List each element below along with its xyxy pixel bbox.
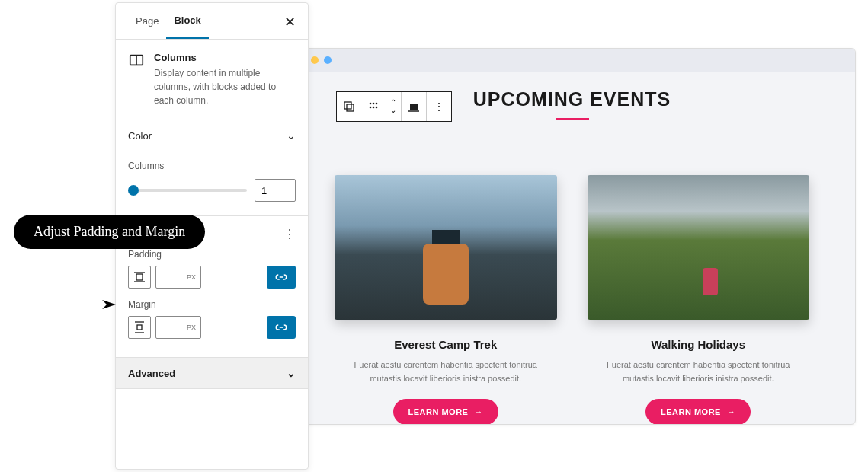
columns-control: Columns	[116, 151, 308, 216]
color-toggle[interactable]: Color ⌄	[116, 120, 308, 151]
padding-input[interactable]	[155, 266, 201, 289]
card: Walking Holidays Fuerat aestu carentem h…	[588, 175, 810, 425]
section-advanced: Advanced ⌄	[116, 358, 308, 389]
toolbar-align[interactable]	[402, 92, 426, 121]
margin-link-button[interactable]	[267, 316, 296, 339]
section-label: Color	[128, 130, 152, 142]
toolbar-move-arrows[interactable]: ⌃⌄	[386, 92, 401, 121]
arrow-right-icon: →	[727, 407, 736, 416]
cards-row: Everest Camp Trek Fuerat aestu carentem …	[335, 175, 809, 425]
block-title: Columns	[154, 52, 296, 63]
traffic-light-yellow	[311, 56, 319, 64]
cta-label: LEARN MORE	[661, 407, 721, 416]
settings-tabs: Page Block ✕	[116, 3, 308, 40]
columns-label: Columns	[128, 161, 296, 171]
columns-input[interactable]	[255, 179, 296, 202]
card-image	[335, 175, 557, 320]
card: Everest Camp Trek Fuerat aestu carentem …	[335, 175, 557, 425]
padding-row: Padding	[128, 249, 296, 289]
padding-sides-button[interactable]	[128, 266, 151, 289]
tab-block[interactable]: Block	[166, 4, 208, 39]
svg-point-15	[376, 107, 378, 109]
preview-browser: ⌃⌄ ⋮ UPCOMING EVENTS Everest Camp Trek F…	[288, 48, 856, 425]
advanced-toggle[interactable]: Advanced ⌄	[116, 358, 308, 388]
svg-rect-9	[347, 104, 354, 111]
card-title: Everest Camp Trek	[335, 338, 557, 351]
svg-rect-5	[137, 325, 142, 330]
arrow-icon	[101, 297, 119, 312]
svg-point-10	[370, 103, 372, 105]
margin-row: Margin	[128, 299, 296, 339]
more-options-icon[interactable]: ⋮	[283, 227, 296, 241]
section-label: Advanced	[128, 368, 175, 379]
arrow-right-icon: →	[474, 407, 483, 416]
margin-label: Margin	[128, 299, 296, 310]
svg-point-14	[373, 107, 375, 109]
padding-label: Padding	[128, 249, 296, 260]
slider-thumb[interactable]	[128, 185, 139, 196]
card-title: Walking Holidays	[588, 338, 810, 351]
columns-icon	[128, 52, 145, 69]
section-color: Color ⌄	[116, 120, 308, 151]
card-description: Fuerat aestu carentem habentia spectent …	[588, 359, 810, 385]
svg-rect-8	[344, 102, 351, 109]
toolbar-more-icon[interactable]: ⋮	[427, 92, 451, 121]
columns-slider[interactable]	[128, 189, 247, 192]
toolbar-select-parent[interactable]	[337, 92, 361, 121]
padding-link-button[interactable]	[267, 266, 296, 289]
traffic-light-blue	[324, 56, 332, 64]
page-content: UPCOMING EVENTS Everest Camp Trek Fuerat…	[289, 72, 855, 425]
svg-point-13	[370, 107, 372, 109]
close-icon[interactable]: ✕	[284, 14, 296, 30]
annotation-callout: Adjust Padding and Margin	[14, 215, 205, 249]
card-description: Fuerat aestu carentem habentia spectent …	[335, 359, 557, 385]
svg-point-11	[373, 103, 375, 105]
tab-page[interactable]: Page	[128, 5, 166, 37]
annotation-text: Adjust Padding and Margin	[14, 215, 205, 249]
block-description: Display content in multiple columns, wit…	[154, 66, 296, 107]
svg-rect-2	[136, 274, 143, 280]
heading-underline	[556, 118, 589, 120]
browser-titlebar	[289, 49, 855, 72]
block-info: Columns Display content in multiple colu…	[116, 40, 308, 120]
card-image	[588, 175, 810, 320]
chevron-down-icon: ⌄	[287, 367, 296, 379]
block-toolbar: ⌃⌄ ⋮	[336, 91, 452, 122]
toolbar-drag-handle[interactable]	[361, 92, 386, 121]
margin-input[interactable]	[155, 316, 201, 339]
chevron-down-icon: ⌄	[287, 129, 296, 142]
cta-label: LEARN MORE	[408, 407, 469, 416]
learn-more-button[interactable]: LEARN MORE→	[645, 399, 751, 425]
svg-rect-16	[410, 104, 418, 110]
svg-point-12	[376, 103, 378, 105]
learn-more-button[interactable]: LEARN MORE→	[393, 399, 498, 425]
margin-sides-button[interactable]	[128, 316, 151, 339]
